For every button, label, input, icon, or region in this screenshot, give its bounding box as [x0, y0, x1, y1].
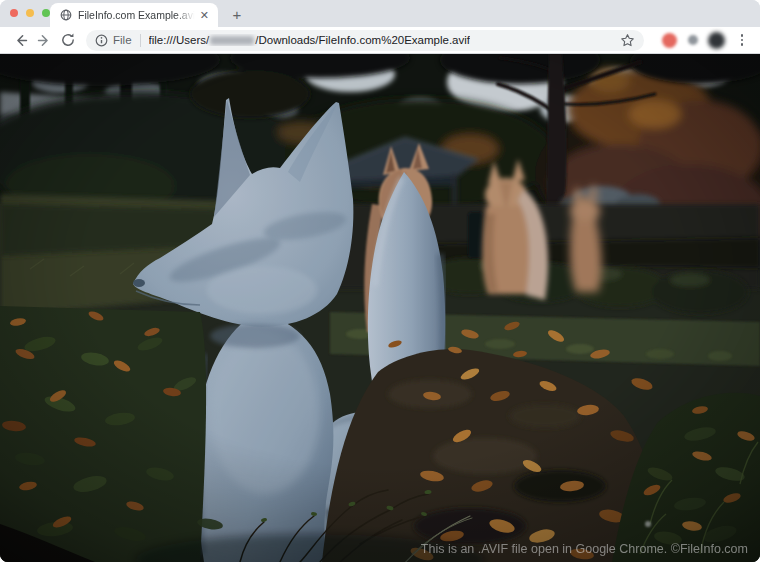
url-suffix: /Downloads/FileInfo.com%20Example.avif: [255, 34, 470, 46]
traffic-lights: [10, 9, 50, 17]
site-label: File: [113, 34, 132, 46]
extension-badge-blurred[interactable]: [662, 33, 677, 48]
zoom-window-button[interactable]: [42, 9, 50, 17]
minimize-window-button[interactable]: [26, 9, 34, 17]
profile-avatar-blurred[interactable]: [708, 32, 725, 49]
omnibox-divider: [140, 34, 141, 47]
new-tab-button[interactable]: +: [226, 3, 248, 25]
back-arrow-icon: [12, 32, 29, 49]
bookmark-star-icon: [620, 33, 635, 48]
url-text: file:///Users//Downloads/FileInfo.com%20…: [149, 34, 471, 46]
refresh-icon: [60, 32, 76, 48]
tab-title: FileInfo.com Example.avif (120: [78, 9, 197, 21]
bookmark-button[interactable]: [620, 33, 635, 48]
tab-strip: FileInfo.com Example.avif (120 ✕ +: [0, 0, 760, 27]
close-window-button[interactable]: [10, 9, 18, 17]
tab[interactable]: FileInfo.com Example.avif (120 ✕: [50, 3, 218, 27]
address-bar[interactable]: File file:///Users//Downloads/FileInfo.c…: [86, 30, 644, 51]
forward-button[interactable]: [32, 28, 56, 52]
redacted-username: [210, 36, 254, 45]
tab-close-button[interactable]: ✕: [197, 8, 212, 23]
watermark-text: This is an .AVIF file open in Google Chr…: [421, 542, 748, 556]
globe-favicon-icon: [60, 9, 72, 21]
page-info-icon[interactable]: [95, 34, 108, 47]
url-prefix: file:///Users/: [149, 34, 210, 46]
forward-arrow-icon: [36, 32, 53, 49]
browser-window: FileInfo.com Example.avif (120 ✕ +: [0, 0, 760, 562]
refresh-button[interactable]: [56, 28, 80, 52]
avif-photo-fox-statues: This is an .AVIF file open in Google Chr…: [0, 54, 760, 562]
photo-viewport: This is an .AVIF file open in Google Chr…: [0, 54, 760, 562]
extension-icon-blurred[interactable]: [688, 35, 698, 45]
back-button[interactable]: [8, 28, 32, 52]
chrome-menu-button[interactable]: [734, 31, 750, 49]
toolbar: File file:///Users//Downloads/FileInfo.c…: [0, 27, 760, 54]
